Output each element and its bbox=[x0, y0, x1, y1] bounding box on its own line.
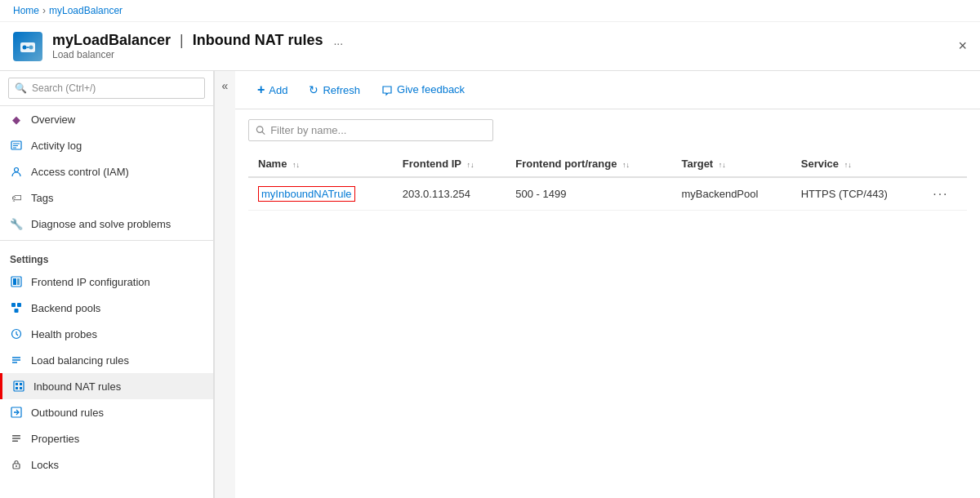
sidebar-nav: ◆ Overview Activity log Access control (… bbox=[0, 106, 213, 498]
health-probes-icon bbox=[10, 327, 23, 340]
overview-icon: ◆ bbox=[10, 113, 23, 126]
sidebar-item-overview[interactable]: ◆ Overview bbox=[0, 106, 213, 132]
cell-target: myBackendPool bbox=[671, 177, 791, 211]
refresh-icon: ↻ bbox=[309, 83, 318, 96]
svg-rect-14 bbox=[15, 309, 19, 313]
breadcrumb-home[interactable]: Home bbox=[13, 5, 39, 16]
sidebar-collapse-btn[interactable]: « bbox=[214, 71, 235, 498]
sidebar: 🔍 ◆ Overview Activity log Access control… bbox=[0, 71, 214, 498]
sidebar-search-container: 🔍 bbox=[0, 71, 213, 106]
nat-rule-link[interactable]: myInboundNATrule bbox=[258, 186, 355, 202]
table-header: Name ↑↓ Frontend IP ↑↓ Frontend port/ran… bbox=[248, 151, 967, 177]
sidebar-item-health-probes[interactable]: Health probes bbox=[0, 321, 213, 347]
sidebar-item-backend-pools[interactable]: Backend pools bbox=[0, 295, 213, 321]
svg-rect-19 bbox=[14, 381, 24, 391]
col-actions-header bbox=[923, 151, 967, 177]
tags-icon: 🏷 bbox=[10, 191, 23, 204]
sidebar-item-load-balancing-rules[interactable]: Load balancing rules bbox=[0, 347, 213, 373]
row-actions-btn[interactable]: ··· bbox=[933, 187, 948, 201]
resource-icon bbox=[13, 32, 42, 61]
properties-icon bbox=[10, 432, 23, 445]
sidebar-item-locks[interactable]: Locks bbox=[0, 451, 213, 478]
activity-log-icon bbox=[10, 139, 23, 152]
header-ellipsis-btn[interactable]: ... bbox=[333, 34, 343, 47]
header-text-group: myLoadBalancer | Inbound NAT rules ... L… bbox=[52, 32, 948, 60]
sidebar-item-inbound-nat[interactable]: Inbound NAT rules bbox=[0, 373, 213, 399]
svg-rect-22 bbox=[16, 387, 18, 389]
locks-icon bbox=[10, 458, 23, 471]
svg-rect-26 bbox=[12, 435, 20, 437]
name-sort-icon: ↑↓ bbox=[292, 162, 300, 169]
svg-rect-20 bbox=[16, 383, 18, 385]
close-button[interactable]: × bbox=[958, 38, 967, 55]
svg-rect-21 bbox=[20, 383, 22, 385]
sidebar-item-properties[interactable]: Properties bbox=[0, 425, 213, 451]
svg-point-8 bbox=[15, 168, 19, 172]
sidebar-search-input[interactable] bbox=[8, 78, 205, 99]
sidebar-item-diagnose[interactable]: 🔧 Diagnose and solve problems bbox=[0, 211, 213, 237]
col-frontend-port[interactable]: Frontend port/range ↑↓ bbox=[506, 151, 671, 177]
col-frontend-ip[interactable]: Frontend IP ↑↓ bbox=[393, 151, 506, 177]
feedback-button[interactable]: Give feedback bbox=[372, 78, 474, 101]
target-sort-icon: ↑↓ bbox=[719, 162, 726, 169]
content-body: Name ↑↓ Frontend IP ↑↓ Frontend port/ran… bbox=[235, 109, 980, 498]
table-row: myInboundNATrule 203.0.113.254 500 - 149… bbox=[248, 177, 967, 211]
cell-name: myInboundNATrule bbox=[248, 177, 393, 211]
sidebar-search-icon: 🔍 bbox=[15, 82, 27, 94]
svg-rect-27 bbox=[12, 438, 20, 439]
frontend-ip-icon bbox=[10, 275, 23, 288]
add-button[interactable]: + Add bbox=[248, 78, 296, 102]
outbound-rules-icon bbox=[10, 406, 23, 419]
svg-rect-28 bbox=[12, 440, 18, 442]
col-name[interactable]: Name ↑↓ bbox=[248, 151, 393, 177]
svg-rect-12 bbox=[11, 303, 16, 307]
backend-pools-icon bbox=[10, 301, 23, 314]
title-separator: | bbox=[180, 32, 184, 48]
resource-type: Load balancer bbox=[52, 49, 948, 60]
iam-icon bbox=[10, 165, 23, 178]
content-area: + Add ↻ Refresh Give feedback bbox=[235, 71, 980, 498]
svg-rect-11 bbox=[17, 278, 20, 285]
sidebar-item-activity-log[interactable]: Activity log bbox=[0, 132, 213, 158]
svg-point-30 bbox=[16, 465, 17, 467]
svg-rect-13 bbox=[17, 303, 21, 307]
sidebar-item-frontend-ip[interactable]: Frontend IP configuration bbox=[0, 269, 213, 295]
svg-point-31 bbox=[256, 127, 262, 132]
breadcrumb: Home › myLoadBalancer bbox=[0, 0, 980, 22]
svg-rect-23 bbox=[20, 387, 22, 389]
page-header: myLoadBalancer | Inbound NAT rules ... L… bbox=[0, 22, 980, 71]
refresh-button[interactable]: ↻ Refresh bbox=[300, 78, 369, 101]
cell-frontend-port: 500 - 1499 bbox=[506, 177, 671, 211]
col-target[interactable]: Target ↑↓ bbox=[671, 151, 791, 177]
svg-rect-10 bbox=[13, 278, 16, 285]
frontend-ip-sort-icon: ↑↓ bbox=[466, 162, 474, 169]
toolbar: + Add ↻ Refresh Give feedback bbox=[235, 71, 980, 109]
sidebar-item-outbound-rules[interactable]: Outbound rules bbox=[0, 399, 213, 425]
cell-frontend-ip: 203.0.113.254 bbox=[393, 177, 506, 211]
feedback-icon bbox=[381, 83, 393, 96]
service-sort-icon: ↑↓ bbox=[844, 162, 852, 169]
lb-rules-icon bbox=[10, 353, 23, 367]
svg-point-1 bbox=[23, 45, 27, 49]
frontend-port-sort-icon: ↑↓ bbox=[622, 162, 630, 169]
rules-table: Name ↑↓ Frontend IP ↑↓ Frontend port/ran… bbox=[248, 151, 967, 211]
inbound-nat-icon bbox=[12, 380, 25, 393]
svg-line-32 bbox=[262, 131, 265, 134]
breadcrumb-separator: › bbox=[42, 5, 46, 16]
cell-service: HTTPS (TCP/443) bbox=[791, 177, 923, 211]
sidebar-item-iam[interactable]: Access control (IAM) bbox=[0, 158, 213, 185]
breadcrumb-resource[interactable]: myLoadBalancer bbox=[49, 5, 122, 16]
filter-bar bbox=[248, 119, 967, 141]
filter-search-icon bbox=[256, 125, 265, 136]
filter-input-container bbox=[248, 119, 493, 141]
diagnose-icon: 🔧 bbox=[10, 217, 23, 230]
sidebar-item-tags[interactable]: 🏷 Tags bbox=[0, 185, 213, 211]
svg-point-2 bbox=[29, 45, 33, 49]
add-icon: + bbox=[257, 82, 265, 97]
table-body: myInboundNATrule 203.0.113.254 500 - 149… bbox=[248, 177, 967, 211]
settings-section-label: Settings bbox=[0, 244, 213, 269]
cell-row-actions: ··· bbox=[923, 177, 967, 211]
col-service[interactable]: Service ↑↓ bbox=[791, 151, 923, 177]
resource-name: myLoadBalancer | Inbound NAT rules ... bbox=[52, 32, 948, 49]
filter-input[interactable] bbox=[270, 124, 486, 136]
